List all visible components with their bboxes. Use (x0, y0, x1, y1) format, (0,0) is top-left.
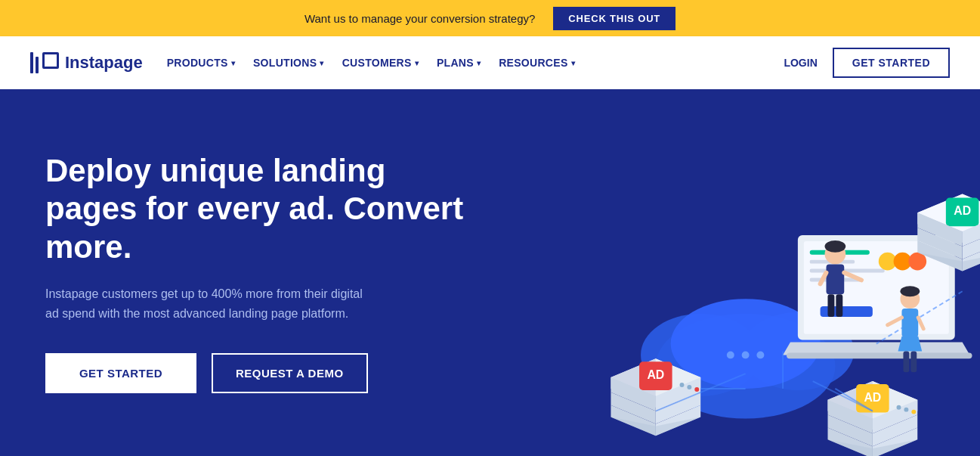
nav-item-resources[interactable]: RESOURCES ▾ (499, 57, 575, 69)
nav-left: Instapage PRODUCTS ▾ SOLUTIONS ▾ CUSTOME… (30, 52, 575, 73)
hero-subtitle: Instapage customers get up to 400% more … (45, 284, 378, 323)
svg-rect-80 (901, 309, 918, 337)
illustration-svg: AD (451, 89, 980, 456)
svg-point-72 (825, 240, 846, 253)
chevron-down-icon: ▾ (231, 59, 235, 67)
svg-point-6 (756, 351, 764, 358)
svg-text:AD: AD (954, 204, 971, 217)
svg-point-4 (727, 351, 734, 358)
svg-text:AD: AD (864, 391, 881, 404)
nav-right: LOGIN GET STARTED (784, 48, 950, 78)
hero-content: Deploy unique landing pages for every ad… (45, 152, 468, 393)
nav-item-solutions[interactable]: SOLUTIONS ▾ (253, 57, 324, 69)
svg-point-57 (897, 405, 901, 410)
request-demo-button[interactable]: REQUEST A DEMO (212, 353, 368, 393)
chevron-down-icon: ▾ (320, 59, 323, 67)
banner-text: Want us to manage your conversion strate… (305, 12, 535, 25)
navbar: Instapage PRODUCTS ▾ SOLUTIONS ▾ CUSTOME… (0, 36, 980, 89)
svg-rect-73 (826, 265, 844, 295)
svg-point-79 (900, 286, 920, 296)
nav-item-products[interactable]: PRODUCTS ▾ (167, 57, 235, 69)
svg-point-15 (908, 253, 926, 271)
login-button[interactable]: LOGIN (784, 57, 817, 69)
check-out-button[interactable]: CHECK THIS OUT (553, 7, 675, 30)
top-banner: Want us to manage your conversion strate… (0, 0, 980, 36)
svg-point-58 (904, 408, 908, 412)
get-started-hero-button[interactable]: GET STARTED (45, 353, 196, 393)
logo-bar-1 (30, 52, 33, 73)
chevron-down-icon: ▾ (415, 59, 419, 67)
hero-illustration: AD (451, 89, 980, 456)
svg-marker-81 (898, 337, 923, 352)
logo[interactable]: Instapage (30, 52, 143, 73)
logo-box (42, 52, 59, 69)
svg-text:AD: AD (647, 368, 664, 381)
svg-point-44 (694, 387, 699, 392)
nav-items: PRODUCTS ▾ SOLUTIONS ▾ CUSTOMERS ▾ PLANS… (167, 57, 575, 69)
svg-point-42 (679, 383, 684, 387)
svg-point-43 (687, 385, 691, 389)
nav-item-plans[interactable]: PLANS ▾ (437, 57, 481, 69)
svg-rect-84 (903, 351, 909, 372)
svg-rect-77 (836, 294, 842, 317)
logo-bar-2 (36, 57, 39, 73)
logo-icon (30, 52, 59, 73)
nav-item-customers[interactable]: CUSTOMERS ▾ (342, 57, 419, 69)
hero-buttons: GET STARTED REQUEST A DEMO (45, 353, 468, 393)
svg-rect-18 (787, 352, 972, 358)
svg-rect-76 (827, 294, 834, 317)
svg-point-59 (911, 410, 916, 414)
logo-text: Instapage (65, 53, 143, 73)
svg-rect-85 (910, 351, 917, 372)
get-started-nav-button[interactable]: GET STARTED (833, 48, 950, 78)
svg-point-5 (742, 351, 750, 358)
chevron-down-icon: ▾ (571, 59, 575, 67)
hero-section: Deploy unique landing pages for every ad… (0, 89, 980, 456)
hero-title: Deploy unique landing pages for every ad… (45, 152, 468, 266)
chevron-down-icon: ▾ (477, 59, 481, 67)
